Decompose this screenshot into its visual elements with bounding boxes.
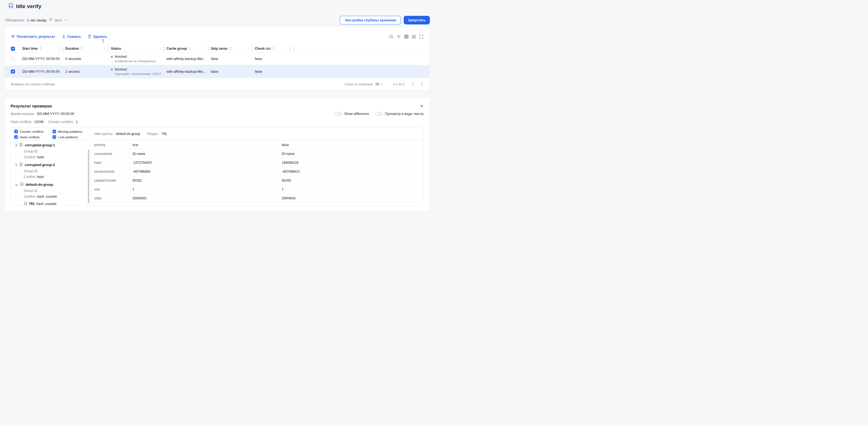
updated-label: Обновлено: <box>5 18 25 22</box>
subheader: Обновлено: 1 час назад авто Настройка гл… <box>4 16 430 25</box>
conflict-line: Conflict: hash ,counter <box>24 195 87 199</box>
chevron-right-icon[interactable] <box>15 162 17 167</box>
page-range: 1-2 из 2 <box>393 83 404 86</box>
row-checkbox[interactable] <box>11 57 15 61</box>
group-name-label: Имя группы: <box>94 132 113 136</box>
column-resize-handle[interactable] <box>164 46 164 51</box>
tree-item-corrupted-group-2[interactable]: corrupted-group-2 <box>15 163 87 167</box>
conflict-tree-panel: Counter conflicts Moving partitions Hash… <box>11 128 90 205</box>
row-checkbox-cell <box>11 57 22 61</box>
sort-icon[interactable] <box>229 47 232 51</box>
group-id-line: Group ID: <box>24 150 87 153</box>
fullscreen-icon[interactable] <box>419 35 423 39</box>
chevron-down-icon[interactable] <box>15 182 18 187</box>
detail-primary-value: -467096866 <box>130 167 278 176</box>
column-resize-handle[interactable] <box>252 46 253 51</box>
text-view-toggle[interactable] <box>375 112 382 116</box>
previous-page-icon[interactable] <box>411 83 414 86</box>
group-id-line: Group ID: <box>24 169 87 173</box>
column-header-check-crc[interactable]: Check crc ⋮ <box>255 45 297 52</box>
chevron-right-icon[interactable] <box>15 143 17 148</box>
duration-cell: 1 second <box>65 70 111 74</box>
detail-primary-value: -1573754007 <box>130 158 278 167</box>
check-crc-cell: false <box>255 70 297 74</box>
filter-icon[interactable] <box>397 35 401 39</box>
status-detail: партиций с проблемами: 10247 <box>115 72 166 75</box>
column-header-skip-zeros[interactable]: Skip zeros ⋮ <box>211 45 255 52</box>
detail-row: consistentId ID-name ID-name <box>90 150 423 158</box>
chevron-down-icon[interactable] <box>64 19 67 21</box>
filter-lost-partitions[interactable]: Lost partitions <box>53 135 90 139</box>
select-all-checkbox[interactable] <box>11 47 15 51</box>
column-resize-handle[interactable] <box>208 46 209 51</box>
column-menu-icon[interactable]: ⋮ <box>57 47 61 51</box>
download-link[interactable]: Скачать <box>62 34 81 39</box>
next-page-icon[interactable] <box>421 83 423 86</box>
detail-key: versionsHash <box>90 167 130 176</box>
rows-per-page-select[interactable]: 10 <box>375 82 383 86</box>
table-header-row: Start time ⋮ Duration ⋮ Status ⋮ <box>11 45 423 53</box>
filter-checkbox[interactable] <box>53 130 56 133</box>
close-icon[interactable]: ✕ <box>420 104 424 108</box>
row-checkbox[interactable] <box>11 69 15 74</box>
detail-backup-value: 60263 <box>278 176 423 185</box>
tree-item-default-ds-group[interactable]: default-ds-group <box>15 183 87 187</box>
filter-checkbox[interactable] <box>14 130 18 133</box>
detail-backup-value: false <box>278 140 423 149</box>
detail-row: hash -1573754007 169056328 <box>90 158 423 167</box>
sort-icon[interactable] <box>81 47 83 51</box>
column-menu-icon[interactable]: ⋮ <box>103 47 106 51</box>
filter-checkbox[interactable] <box>14 135 18 139</box>
column-header-duration[interactable]: Duration ⋮ <box>65 45 111 52</box>
table-footer: Выбраны все строки в таблице Строк на ст… <box>11 78 423 90</box>
tree-scrollbar[interactable] <box>88 150 89 203</box>
view-toggles: Show difference Просмотр в виде текста <box>335 112 424 116</box>
column-resize-handle[interactable] <box>63 46 63 51</box>
updated-value: 1 час назад <box>27 18 46 22</box>
filter-moving-partitions[interactable]: Moving partitions <box>53 130 90 133</box>
view-result-link[interactable]: Посмотреть результат <box>11 35 55 39</box>
detail-backup-value: ID-name <box>278 150 423 158</box>
storage-depth-settings-button[interactable]: Настройка глубины хранения <box>340 16 401 25</box>
column-menu-icon[interactable]: ⋮ <box>158 47 162 51</box>
run-button[interactable]: Запустить <box>404 16 430 25</box>
partition-label: Раздел: <box>147 132 159 136</box>
detail-primary-value: ID-name <box>130 150 278 158</box>
database-icon <box>19 143 23 148</box>
toggle-knob <box>376 112 379 116</box>
status-cell: finished конфликтов не обнаружено <box>111 55 166 63</box>
show-difference-toggle[interactable] <box>335 112 342 116</box>
tree-partition-791[interactable]: 791 hash ,counter <box>24 202 87 205</box>
table-row[interactable]: DD-MM-YYYY, 00:00:00 0 seconds finished … <box>11 53 423 65</box>
column-resize-handle[interactable] <box>294 46 294 51</box>
column-menu-icon[interactable]: ⋮ <box>247 47 250 51</box>
search-icon[interactable] <box>389 34 394 39</box>
column-menu-icon[interactable]: ⋮ <box>288 47 292 51</box>
tree-item-corrupted-group-1[interactable]: corrupted-group-1 <box>15 143 87 148</box>
row-density-icon[interactable] <box>412 35 416 39</box>
table-row[interactable]: DD-MM-YYYY, 00:00:00 1 second finished п… <box>4 65 430 78</box>
sort-icon[interactable] <box>39 47 42 51</box>
sort-icon[interactable] <box>188 47 191 51</box>
column-header-start-time[interactable]: Start time ⋮ <box>22 45 65 52</box>
delete-link[interactable]: Удалить <box>88 34 107 39</box>
filter-checkbox[interactable] <box>53 135 56 139</box>
page-header: Idle verify <box>4 2 430 10</box>
text-view-toggle-group: Просмотр в виде текста <box>375 112 424 116</box>
filter-counter-conflicts[interactable]: Counter conflicts <box>14 130 53 133</box>
refresh-clock-icon[interactable] <box>48 18 53 23</box>
columns-icon[interactable] <box>404 35 408 39</box>
auto-refresh-label[interactable]: авто <box>55 18 62 22</box>
duration-cell: 0 seconds <box>65 57 111 61</box>
column-header-status[interactable]: Status ⋮ <box>111 45 166 52</box>
start-time-cell: DD-MM-YYYY, 00:00:00 <box>22 70 65 74</box>
filter-hash-conflicts[interactable]: Hash conflicts <box>14 135 53 139</box>
start-time-cell: DD-MM-YYYY, 00:00:00 <box>22 57 65 61</box>
sort-icon[interactable] <box>272 47 275 51</box>
column-menu-icon[interactable]: ⋮ <box>203 47 207 51</box>
detail-primary-value: true <box>130 140 278 149</box>
column-resize-handle[interactable] <box>108 46 109 51</box>
column-header-cache-group[interactable]: Cache group ⋮ <box>166 45 211 52</box>
status-cell: finished партиций с проблемами: 10247 <box>111 67 166 75</box>
detail-key: state <box>90 194 130 202</box>
